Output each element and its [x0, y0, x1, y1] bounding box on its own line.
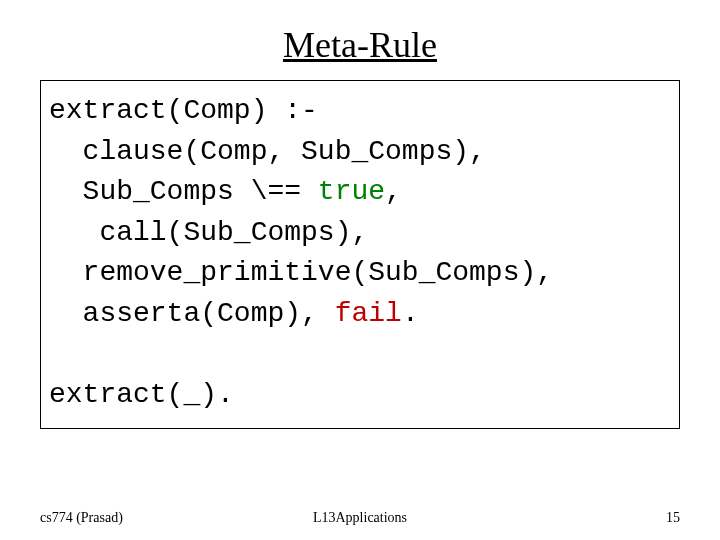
code-box: extract(Comp) :- clause(Comp, Sub_Comps)… [40, 80, 680, 429]
code-line-6a: asserta(Comp), [49, 298, 335, 329]
code-line-7: extract(_). [49, 379, 234, 410]
footer-left: cs774 (Prasad) [40, 510, 123, 526]
keyword-true: true [318, 176, 385, 207]
code-line-5: remove_primitive(Sub_Comps), [49, 257, 553, 288]
code-line-3a: Sub_Comps \== [49, 176, 318, 207]
slide-title: Meta-Rule [40, 24, 680, 66]
slide: Meta-Rule extract(Comp) :- clause(Comp, … [0, 0, 720, 540]
footer-right: 15 [666, 510, 680, 526]
code-line-1: extract(Comp) :- [49, 95, 318, 126]
code-line-3c: , [385, 176, 402, 207]
code-line-4: call(Sub_Comps), [49, 217, 368, 248]
footer-center: L13Applications [40, 510, 680, 526]
code-line-6c: . [402, 298, 419, 329]
footer: cs774 (Prasad) L13Applications 15 [40, 510, 680, 526]
code-block: extract(Comp) :- clause(Comp, Sub_Comps)… [49, 91, 671, 416]
code-line-2: clause(Comp, Sub_Comps), [49, 136, 486, 167]
keyword-fail: fail [335, 298, 402, 329]
